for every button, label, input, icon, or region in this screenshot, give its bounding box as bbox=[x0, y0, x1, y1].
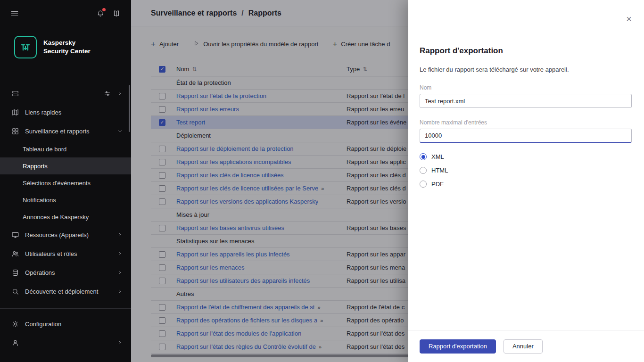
sidebar-top-bar bbox=[0, 0, 131, 18]
notification-badge bbox=[102, 8, 106, 11]
sidebar-item-label: Notifications bbox=[23, 197, 123, 204]
sidebar-item-label: Tableau de bord bbox=[23, 146, 123, 153]
sidebar-item-surveillance[interactable]: Surveillance et rapports bbox=[0, 122, 131, 140]
sidebar-item-label: Annonces de Kaspersky bbox=[23, 214, 123, 221]
chevron-right-icon bbox=[117, 288, 123, 294]
sidebar-item-label: Découverte et déploiement bbox=[25, 288, 111, 295]
max-entries-input[interactable] bbox=[420, 129, 632, 143]
sidebar-item-notifications[interactable]: Notifications bbox=[0, 191, 131, 208]
sidebar-item-rapports[interactable]: Rapports bbox=[0, 157, 131, 174]
sidebar-item-configuration[interactable]: Configuration bbox=[0, 314, 131, 333]
sidebar-item-label: Utilisateurs et rôles bbox=[25, 250, 111, 257]
format-option-html[interactable]: HTML bbox=[420, 167, 632, 174]
sidebar-item-server[interactable] bbox=[0, 84, 131, 103]
sidebar: Kaspersky Security Center bbox=[0, 0, 131, 362]
sidebar-item-decouverte[interactable]: Découverte et déploiement bbox=[0, 282, 131, 301]
monitor-icon bbox=[11, 231, 19, 239]
format-option-xml[interactable]: XML bbox=[420, 153, 632, 160]
app-root: Kaspersky Security Center bbox=[0, 0, 644, 362]
grid-icon bbox=[11, 127, 19, 135]
export-panel: × Rapport d'exportation Le fichier du ra… bbox=[408, 0, 644, 362]
sidebar-nav: Liens rapides Surveillance et rapports T… bbox=[0, 84, 131, 352]
user-icon bbox=[11, 339, 19, 347]
sidebar-item-tableau-de-bord[interactable]: Tableau de bord bbox=[0, 140, 131, 157]
sliders-icon[interactable] bbox=[103, 90, 111, 98]
sidebar-item-label: Opérations bbox=[25, 269, 111, 276]
search-icon bbox=[11, 288, 19, 296]
sidebar-item-label: Surveillance et rapports bbox=[25, 128, 111, 135]
panel-title: Rapport d'exportation bbox=[420, 46, 632, 56]
book-icon[interactable] bbox=[112, 9, 121, 18]
panel-description: Le fichier du rapport sera téléchargé su… bbox=[420, 66, 632, 73]
gear-icon bbox=[11, 320, 19, 328]
name-label: Nom bbox=[420, 84, 632, 91]
sidebar-divider bbox=[0, 308, 131, 309]
sidebar-item-label: Sélections d'événements bbox=[23, 180, 123, 187]
app-logo: Kaspersky Security Center bbox=[14, 36, 131, 58]
chevron-right-icon bbox=[117, 90, 123, 96]
sidebar-item-liens-rapides[interactable]: Liens rapides bbox=[0, 103, 131, 122]
sidebar-item-user[interactable] bbox=[0, 333, 131, 352]
sidebar-item-label: Configuration bbox=[25, 321, 123, 328]
chevron-down-icon bbox=[117, 128, 123, 134]
sidebar-item-label: Ressources (Appareils) bbox=[25, 231, 111, 239]
sidebar-item-label: Rapports bbox=[23, 163, 123, 170]
max-entries-label: Nombre maximal d'entrées bbox=[420, 119, 632, 126]
sidebar-item-ressources[interactable]: Ressources (Appareils) bbox=[0, 225, 131, 244]
sidebar-item-annonces[interactable]: Annonces de Kaspersky bbox=[0, 208, 131, 225]
chevron-right-icon bbox=[117, 340, 123, 346]
sidebar-scrollbar[interactable] bbox=[129, 85, 130, 132]
radio-icon[interactable] bbox=[420, 167, 427, 174]
bell-icon[interactable] bbox=[96, 9, 105, 18]
sidebar-item-selections-evenements[interactable]: Sélections d'événements bbox=[0, 174, 131, 191]
server-icon bbox=[11, 90, 19, 98]
logo-text: Kaspersky Security Center bbox=[43, 39, 91, 55]
radio-icon[interactable] bbox=[420, 181, 427, 188]
chevron-right-icon bbox=[117, 232, 123, 238]
radio-icon[interactable] bbox=[420, 153, 427, 160]
chevron-right-icon bbox=[117, 270, 123, 275]
menu-icon[interactable] bbox=[10, 9, 19, 18]
chevron-right-icon bbox=[117, 251, 123, 256]
sidebar-item-operations[interactable]: Opérations bbox=[0, 263, 131, 282]
close-icon[interactable]: × bbox=[626, 14, 632, 24]
export-button[interactable]: Rapport d'exportation bbox=[420, 339, 496, 354]
map-icon bbox=[11, 108, 19, 116]
sidebar-item-utilisateurs[interactable]: Utilisateurs et rôles bbox=[0, 244, 131, 263]
sidebar-item-label: Liens rapides bbox=[25, 109, 123, 116]
kaspersky-logo-icon bbox=[14, 36, 37, 58]
database-icon bbox=[11, 269, 19, 277]
users-icon bbox=[11, 250, 19, 258]
name-input[interactable] bbox=[420, 94, 632, 108]
panel-footer: Rapport d'exportation Annuler bbox=[408, 330, 644, 362]
cancel-button[interactable]: Annuler bbox=[504, 339, 543, 354]
format-option-pdf[interactable]: PDF bbox=[420, 181, 632, 188]
